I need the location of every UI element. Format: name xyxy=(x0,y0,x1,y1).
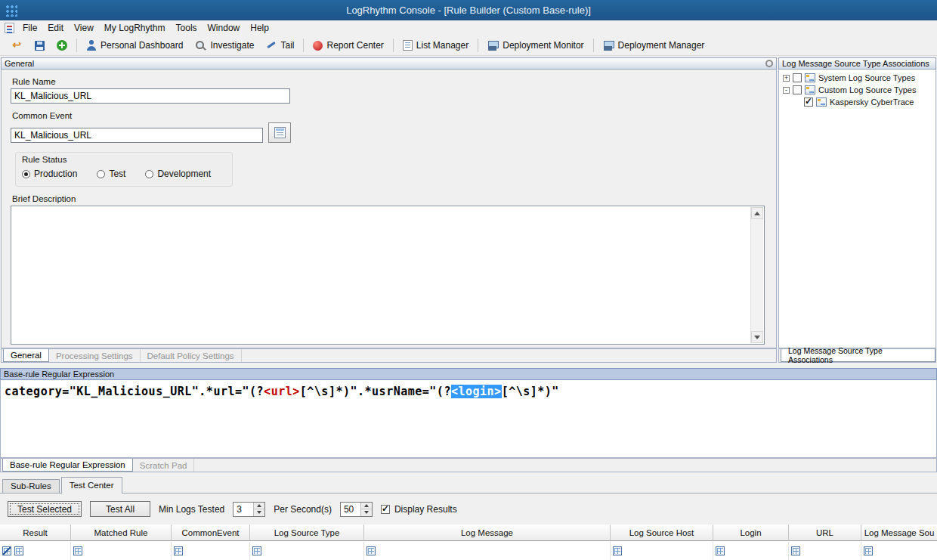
test-all-button[interactable]: Test All xyxy=(90,501,150,517)
general-panel-header: General xyxy=(1,57,777,70)
display-results-label: Display Results xyxy=(394,504,457,515)
triangle-up-icon xyxy=(754,212,760,215)
triangle-up-icon xyxy=(364,504,369,507)
deployment-monitor-button[interactable]: Deployment Monitor xyxy=(481,37,589,54)
common-event-browse-button[interactable] xyxy=(268,122,291,143)
report-center-button[interactable]: Report Center xyxy=(307,37,389,54)
rule-name-label: Rule Name xyxy=(12,77,776,86)
spinner-down-button[interactable] xyxy=(361,509,372,516)
menu-bar: File Edit View My LogRhythm Tools Window… xyxy=(0,20,937,36)
form-icon xyxy=(274,127,286,138)
tab-processing-settings[interactable]: Processing Settings xyxy=(49,349,141,362)
column-header-common-event[interactable]: CommonEvent xyxy=(172,524,250,541)
per-second-value[interactable]: 50 xyxy=(341,503,360,516)
spinner-down-button[interactable] xyxy=(254,509,264,516)
tail-button[interactable]: Tail xyxy=(260,37,300,54)
menu-item-window[interactable]: Window xyxy=(203,21,246,35)
radio-production[interactable]: Production xyxy=(22,169,77,179)
column-header-log-source-type[interactable]: Log Source Type xyxy=(250,524,364,541)
associations-panel-header: Log Message Source Type Associations xyxy=(778,57,936,70)
investigate-button[interactable]: Investigate xyxy=(189,37,260,54)
column-header-result[interactable]: Result xyxy=(0,524,71,541)
test-selected-button[interactable]: Test Selected xyxy=(8,501,82,517)
column-header-log-message-source[interactable]: Log Message Sou xyxy=(861,524,937,541)
test-center-toolbar: Test Selected Test All Min Logs Tested 3… xyxy=(0,493,937,524)
personal-dashboard-button[interactable]: Personal Dashboard xyxy=(80,37,189,54)
regex-editor[interactable]: category="KL_Malicious_URL".*url="(?<url… xyxy=(0,380,937,458)
menu-item-help[interactable]: Help xyxy=(245,21,274,35)
undo-button[interactable] xyxy=(5,36,29,54)
display-results-checkbox[interactable] xyxy=(381,505,390,514)
column-header-log-message[interactable]: Log Message xyxy=(364,524,611,541)
tree-item-kaspersky-cybertrace[interactable]: Kaspersky CyberTrace xyxy=(779,96,935,108)
rule-name-input[interactable] xyxy=(11,88,290,104)
min-logs-tested-label: Min Logs Tested xyxy=(159,504,224,515)
checkbox[interactable] xyxy=(793,73,802,82)
tab-log-message-source-type-associations[interactable]: Log Message Source Type Associations xyxy=(781,349,935,362)
filter-icon[interactable] xyxy=(14,546,23,555)
column-header-login[interactable]: Login xyxy=(713,524,789,541)
monitor-icon xyxy=(487,41,499,51)
filter-icon[interactable] xyxy=(366,546,376,555)
menu-item-view[interactable]: View xyxy=(69,21,99,35)
radio-icon xyxy=(145,170,153,178)
filter-icon[interactable] xyxy=(252,546,261,555)
per-second-spinner[interactable]: 50 xyxy=(340,502,373,517)
menu-item-edit[interactable]: Edit xyxy=(42,21,69,35)
filter-cell xyxy=(250,541,364,560)
add-icon xyxy=(57,40,67,51)
column-header-matched-rule[interactable]: Matched Rule xyxy=(71,524,172,541)
menu-item-file[interactable]: File xyxy=(17,21,42,35)
display-results-option[interactable]: Display Results xyxy=(381,504,457,515)
tab-sub-rules[interactable]: Sub-Rules xyxy=(2,479,60,493)
checkbox-checked[interactable] xyxy=(804,97,813,107)
vertical-scrollbar[interactable] xyxy=(750,207,763,343)
checkbox[interactable] xyxy=(793,85,802,94)
radio-test[interactable]: Test xyxy=(97,169,125,179)
collapse-icon[interactable] xyxy=(783,87,790,94)
filter-icon[interactable] xyxy=(791,546,800,555)
tab-scratch-pad[interactable]: Scratch Pad xyxy=(133,459,195,472)
tab-general[interactable]: General xyxy=(3,349,49,362)
column-header-log-source-host[interactable]: Log Source Host xyxy=(611,524,713,541)
radio-development[interactable]: Development xyxy=(145,169,211,179)
spinner-up-button[interactable] xyxy=(254,503,264,510)
rule-status-groupbox: Rule Status Production Test Development xyxy=(15,152,233,187)
filter-icon[interactable] xyxy=(174,546,183,555)
expand-icon[interactable] xyxy=(783,75,790,82)
triangle-down-icon xyxy=(754,336,760,339)
new-item-button[interactable] xyxy=(51,37,73,54)
tab-default-policy-settings[interactable]: Default Policy Settings xyxy=(141,349,242,362)
title-bar: LogRhythm Console - [Rule Builder (Custo… xyxy=(0,0,937,20)
list-manager-button[interactable]: List Manager xyxy=(397,37,475,54)
grid-header-row: Result Matched Rule CommonEvent Log Sour… xyxy=(0,524,937,541)
per-seconds-label: Per Second(s) xyxy=(274,504,332,515)
filter-icon[interactable] xyxy=(864,546,873,555)
menu-item-tools[interactable]: Tools xyxy=(171,21,203,35)
associations-panel: Log Message Source Type Associations Sys… xyxy=(778,57,936,363)
scroll-down-button[interactable] xyxy=(751,331,763,343)
column-header-url[interactable]: URL xyxy=(789,524,861,541)
save-button[interactable] xyxy=(29,38,51,54)
tree-item-custom-log-source-types[interactable]: Custom Log Source Types xyxy=(779,84,935,96)
regex-section-header: Base-rule Regular Expression xyxy=(0,368,937,380)
common-event-input[interactable] xyxy=(11,128,263,143)
filter-icon[interactable] xyxy=(73,546,82,555)
deployment-manager-button[interactable]: Deployment Manager xyxy=(597,37,711,54)
tab-test-center[interactable]: Test Center xyxy=(61,477,122,493)
spinner-up-button[interactable] xyxy=(361,503,372,510)
menu-item-my-logrhythm[interactable]: My LogRhythm xyxy=(99,21,171,35)
scroll-up-button[interactable] xyxy=(751,207,763,219)
pin-icon[interactable] xyxy=(765,60,773,67)
spinner-buttons xyxy=(253,503,264,516)
min-logs-value[interactable]: 3 xyxy=(233,503,253,516)
brief-description-textarea[interactable] xyxy=(11,206,765,345)
filter-icon[interactable] xyxy=(613,546,622,555)
tab-base-rule-regular-expression[interactable]: Base-rule Regular Expression xyxy=(2,459,133,472)
edit-filter-icon[interactable] xyxy=(2,546,11,555)
monitor-gear-icon xyxy=(603,41,614,51)
brief-description-label: Brief Description xyxy=(12,194,776,203)
min-logs-spinner[interactable]: 3 xyxy=(233,502,265,517)
tree-item-system-log-source-types[interactable]: System Log Source Types xyxy=(779,72,935,84)
filter-icon[interactable] xyxy=(716,546,725,555)
